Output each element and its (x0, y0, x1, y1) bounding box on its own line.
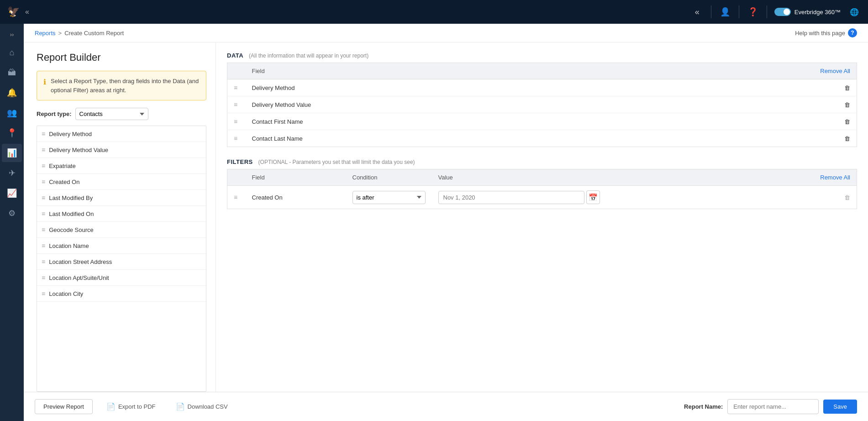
drag-handle-icon: ≡ (42, 242, 45, 249)
list-item[interactable]: ≡ Location City (37, 286, 206, 302)
csv-icon: 📄 (176, 402, 185, 411)
breadcrumb-separator: > (58, 30, 62, 37)
export-pdf-button[interactable]: 📄 Export to PDF (100, 399, 162, 415)
main-layout: ›› ⌂ 🏔 🔔 👥 📍 📊 ✈ 📈 ⚙ Reports > Create Cu… (0, 24, 868, 421)
download-csv-button[interactable]: 📄 Download CSV (169, 399, 234, 415)
list-item[interactable]: ≡ Created On (37, 174, 206, 190)
data-remove-all-link[interactable]: Remove All (820, 68, 850, 74)
report-type-label: Report type: (37, 111, 72, 117)
collapse-nav-button[interactable]: « (25, 8, 29, 16)
drag-handle-icon: ≡ (42, 290, 45, 297)
report-name-section: Report Name: Save (684, 399, 857, 414)
sidebar-item-analytics[interactable]: 📈 (2, 184, 22, 202)
data-field-header: Field (246, 63, 628, 79)
breadcrumb-bar: Reports > Create Custom Report Help with… (24, 24, 868, 42)
report-name-label: Report Name: (684, 403, 723, 410)
nav-left: 🦅 « (7, 6, 29, 18)
field-name: Last Modified By (49, 195, 93, 201)
help-circle-icon: ? (848, 28, 857, 37)
help-icon[interactable]: ❓ (747, 5, 759, 18)
calendar-icon[interactable]: 📅 (586, 190, 600, 204)
list-item[interactable]: ≡ Expatriate (37, 158, 206, 174)
date-input-wrap: 📅 (438, 190, 767, 204)
drag-handle-icon: ≡ (42, 130, 45, 137)
help-link[interactable]: Help with this page ? (795, 28, 857, 37)
delete-icon[interactable]: 🗑 (844, 118, 850, 125)
drag-handle-icon: ≡ (42, 146, 45, 153)
breadcrumb: Reports > Create Custom Report (35, 30, 124, 37)
field-name: Delivery Method Value (49, 147, 108, 153)
list-item[interactable]: ≡ Last Modified By (37, 190, 206, 206)
sidebar-item-integrations[interactable]: ✈ (2, 164, 22, 182)
drag-handle-icon: ≡ (234, 135, 237, 142)
report-type-select[interactable]: Contacts Incidents Groups Facilities (75, 108, 148, 120)
sidebar-item-alerts[interactable]: 🔔 (2, 84, 22, 102)
list-item[interactable]: ≡ Geocode Source (37, 222, 206, 238)
field-name: Location Apt/Suite/Unit (49, 274, 109, 281)
sidebar-item-incidents[interactable]: 🏔 (2, 63, 22, 82)
logo-icon: 🦅 (7, 6, 20, 18)
field-name: Last Modified On (49, 210, 94, 217)
data-section-header: DATA (All the information that will appe… (227, 52, 857, 59)
field-name: Expatriate (49, 163, 76, 169)
delete-icon[interactable]: 🗑 (844, 135, 850, 142)
filter-field-header: Field (246, 169, 346, 186)
globe-icon[interactable]: 🌐 (848, 5, 861, 18)
sidebar-item-settings[interactable]: ⚙ (2, 204, 22, 222)
data-section-subtitle: (All the information that will appear in… (249, 53, 368, 59)
back-icon[interactable]: « (691, 5, 704, 18)
toggle-knob (784, 9, 790, 15)
delete-icon[interactable]: 🗑 (844, 84, 850, 91)
sidebar-item-reports[interactable]: 📊 (2, 144, 22, 162)
drag-handle-icon: ≡ (42, 226, 45, 233)
data-field-cell: Delivery Method (246, 79, 628, 96)
toggle-switch[interactable] (774, 8, 791, 16)
drag-handle-icon: ≡ (234, 118, 237, 125)
field-name: Delivery Method (49, 131, 92, 137)
field-name: Created On (49, 179, 79, 185)
list-item[interactable]: ≡ Location Name (37, 238, 206, 254)
filter-table: Field Condition Value Remove All ≡ Creat… (227, 169, 857, 209)
table-row: ≡ Contact Last Name 🗑 (227, 130, 857, 147)
list-item[interactable]: ≡ Location Apt/Suite/Unit (37, 270, 206, 286)
delete-icon[interactable]: 🗑 (844, 194, 850, 201)
field-name: Location Street Address (49, 258, 112, 265)
data-field-cell: Contact Last Name (246, 130, 628, 147)
sidebar-item-contacts[interactable]: 👥 (2, 104, 22, 122)
list-item[interactable]: ≡ Delivery Method Value (37, 142, 206, 158)
field-name: Location Name (49, 242, 89, 249)
sidebar-item-map[interactable]: 📍 (2, 124, 22, 142)
sidebar-item-home[interactable]: ⌂ (2, 43, 22, 62)
filters-section-title: FILTERS (227, 158, 253, 165)
condition-select[interactable]: is after is before is on is between (352, 191, 426, 204)
save-button[interactable]: Save (823, 400, 857, 414)
list-item[interactable]: ≡ Delivery Method (37, 126, 206, 142)
everbridge-toggle[interactable]: Everbridge 360™ (774, 8, 841, 16)
sidebar-expand-button[interactable]: ›› (6, 27, 18, 42)
table-row: ≡ Delivery Method 🗑 (227, 79, 857, 96)
filter-condition-header: Condition (346, 169, 432, 186)
list-item[interactable]: ≡ Location Street Address (37, 254, 206, 270)
page-title: Report Builder (37, 52, 206, 63)
left-sidebar: ›› ⌂ 🏔 🔔 👥 📍 📊 ✈ 📈 ⚙ (0, 24, 24, 421)
filter-value-header: Value (432, 169, 773, 186)
bottom-toolbar: Preview Report 📄 Export to PDF 📄 Downloa… (24, 392, 868, 421)
filter-remove-all-link[interactable]: Remove All (820, 174, 850, 181)
filters-section-subtitle: (OPTIONAL - Parameters you set that will… (258, 159, 415, 165)
preview-report-button[interactable]: Preview Report (35, 399, 93, 414)
everbridge-label: Everbridge 360™ (794, 9, 841, 16)
date-input[interactable] (438, 191, 584, 204)
drag-handle-icon: ≡ (234, 84, 237, 91)
top-navbar: 🦅 « « 👤 ❓ Everbridge 360™ 🌐 (0, 0, 868, 24)
info-text: Select a Report Type, then drag fields i… (51, 77, 200, 95)
drag-handle-icon: ≡ (42, 258, 45, 265)
right-panel: DATA (All the information that will appe… (216, 42, 868, 392)
field-name: Location City (49, 290, 83, 297)
user-icon[interactable]: 👤 (719, 5, 731, 18)
export-pdf-label: Export to PDF (118, 403, 156, 410)
report-name-input[interactable] (727, 399, 819, 414)
delete-icon[interactable]: 🗑 (844, 101, 850, 108)
list-item[interactable]: ≡ Last Modified On (37, 206, 206, 222)
breadcrumb-reports-link[interactable]: Reports (35, 30, 56, 37)
field-list-container: ≡ Delivery Method ≡ Delivery Method Valu… (37, 126, 206, 392)
